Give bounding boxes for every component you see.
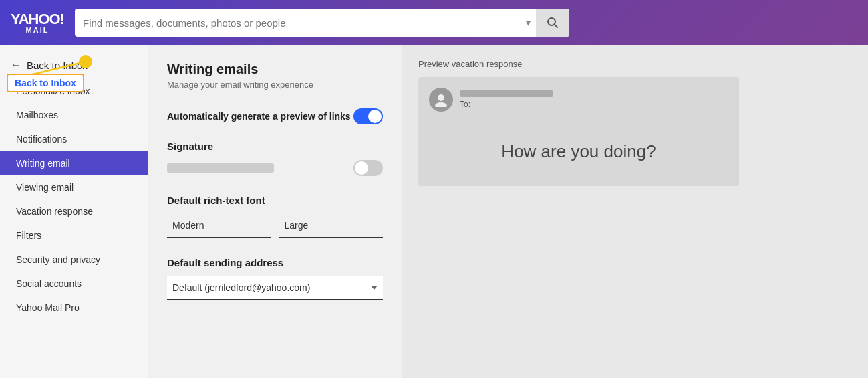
preview-body: How are you doing? (429, 128, 728, 175)
svg-point-3 (438, 94, 444, 101)
yahoo-mail-text: MAIL (11, 27, 64, 34)
sidebar-item-viewing-email[interactable]: Viewing email (0, 175, 148, 199)
sidebar-item-mailboxes[interactable]: Mailboxes (0, 103, 148, 127)
address-section: Default sending address Default (jerrile… (167, 257, 383, 300)
sidebar-item-yahoo-mail-pro[interactable]: Yahoo Mail Pro (0, 296, 148, 320)
font-select-row: Modern Arial Small Medium Large X-Large (167, 214, 383, 238)
signature-placeholder (167, 163, 274, 173)
sidebar-item-filters[interactable]: Filters (0, 223, 148, 248)
font-select[interactable]: Modern Arial (167, 214, 271, 238)
auto-preview-label: Automatically generate a preview of link… (167, 111, 351, 122)
font-section: Default rich-text font Modern Arial Smal… (167, 195, 383, 238)
signature-toggle[interactable] (353, 160, 383, 176)
settings-title: Writing emails (167, 62, 383, 77)
address-select[interactable]: Default (jerriledford@yahoo.com) (167, 276, 383, 300)
signature-section-label: Signature (167, 140, 383, 152)
auto-preview-row: Automatically generate a preview of link… (167, 108, 383, 124)
back-to-inbox-link[interactable]: ← Back to Inbox Back to Inbox (0, 51, 148, 79)
preview-label: Preview vacation response (418, 59, 852, 69)
font-section-label: Default rich-text font (167, 195, 383, 206)
search-button[interactable] (536, 9, 569, 37)
preview-to: To: (460, 100, 553, 109)
settings-subtitle: Manage your email writing experience (167, 80, 383, 90)
size-select[interactable]: Small Medium Large X-Large (279, 214, 384, 238)
auto-preview-toggle[interactable] (353, 108, 383, 124)
person-icon (434, 92, 448, 107)
preview-header-info: To: (460, 90, 553, 109)
yahoo-logo-text: YAHOO! (11, 12, 64, 27)
yahoo-logo: YAHOO! MAIL (11, 12, 64, 34)
preview-body-text: How are you doing? (429, 141, 728, 162)
svg-point-4 (435, 102, 447, 107)
chevron-down-icon: ▾ (526, 17, 531, 28)
sidebar-item-social-accounts[interactable]: Social accounts (0, 272, 148, 296)
avatar (429, 88, 453, 112)
svg-line-1 (555, 25, 558, 28)
sidebar-item-writing-email[interactable]: Writing email (0, 151, 148, 175)
preview-name-bar (460, 90, 553, 97)
preview-panel: Preview vacation response To: How are yo… (402, 45, 868, 378)
header: YAHOO! MAIL ▾ (0, 0, 868, 45)
search-bar: ▾ (75, 9, 569, 37)
sidebar: ← Back to Inbox Back to Inbox Personaliz… (0, 45, 148, 378)
signature-row (167, 160, 383, 176)
back-to-inbox-callout: Back to Inbox (7, 74, 84, 92)
sidebar-nav: Personalize inbox Mailboxes Notification… (0, 79, 148, 320)
preview-header: To: (429, 88, 728, 112)
sidebar-item-vacation-response[interactable]: Vacation response (0, 199, 148, 223)
address-section-label: Default sending address (167, 257, 383, 268)
settings-panel: Writing emails Manage your email writing… (148, 45, 402, 378)
sidebar-item-security-privacy[interactable]: Security and privacy (0, 248, 148, 272)
sidebar-item-notifications[interactable]: Notifications (0, 127, 148, 151)
main-layout: ← Back to Inbox Back to Inbox Personaliz… (0, 45, 868, 378)
search-icon (547, 17, 559, 29)
search-input[interactable] (83, 17, 526, 29)
preview-card: To: How are you doing? (418, 77, 739, 186)
